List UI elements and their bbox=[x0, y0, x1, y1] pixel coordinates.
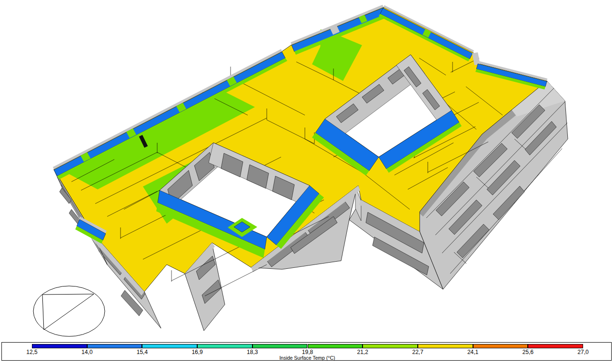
legend-segment bbox=[418, 344, 473, 348]
legend-tick: 12,5 bbox=[17, 349, 47, 355]
legend-tick: 14,0 bbox=[72, 349, 102, 355]
legend-tick: 15,4 bbox=[127, 349, 157, 355]
legend-segment bbox=[473, 344, 528, 348]
legend-tick: 27,0 bbox=[568, 349, 598, 355]
legend-tick: 21,2 bbox=[347, 349, 378, 355]
legend-segment bbox=[252, 344, 308, 348]
legend-tick: 16,9 bbox=[182, 349, 212, 355]
temperature-legend: 12,514,015,416,918,319,821,222,724,125,6… bbox=[1, 342, 612, 361]
legend-tick: 25,6 bbox=[513, 349, 543, 355]
legend-segment bbox=[528, 344, 583, 348]
thermal-view-screen: 12,514,015,416,918,319,821,222,724,125,6… bbox=[0, 0, 615, 364]
north-orientation-icon bbox=[33, 286, 105, 336]
legend-segment bbox=[308, 344, 363, 348]
legend-tick: 18,3 bbox=[237, 349, 268, 355]
building-3d-viewport[interactable] bbox=[0, 0, 615, 364]
legend-tick: 22,7 bbox=[403, 349, 433, 355]
legend-segment bbox=[197, 344, 252, 348]
legend-title: Inside Surface Temp (°C) bbox=[279, 355, 335, 361]
legend-segment bbox=[87, 344, 142, 348]
legend-segment bbox=[363, 344, 418, 348]
legend-tick: 24,1 bbox=[458, 349, 488, 355]
legend-tick: 19,8 bbox=[292, 349, 323, 355]
legend-segment bbox=[32, 344, 87, 348]
legend-segment bbox=[142, 344, 197, 348]
